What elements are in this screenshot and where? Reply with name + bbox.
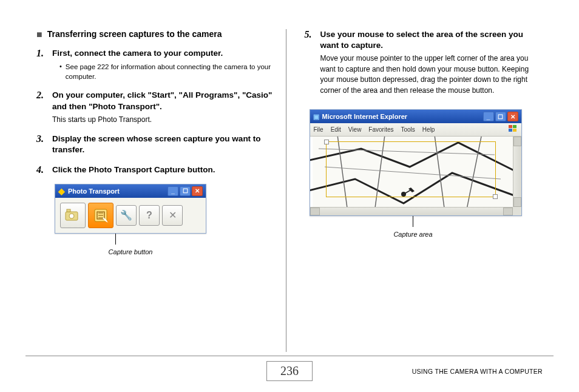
footer-section-label: USING THE CAMERA WITH A COMPUTER: [412, 368, 543, 375]
menu-favorites[interactable]: Favorites: [368, 126, 393, 133]
settings-button[interactable]: 🔧: [116, 205, 137, 226]
section-title-text: Transferring screen captures to the came…: [47, 29, 222, 39]
square-bullet-icon: ■: [36, 30, 42, 39]
footer-rule: [25, 356, 554, 356]
menu-edit[interactable]: Edit: [331, 126, 341, 133]
step-number: 2.: [36, 90, 47, 101]
map-content: [310, 137, 521, 215]
map-viewport[interactable]: [310, 137, 521, 215]
svg-rect-5: [509, 125, 512, 128]
step-number: 5.: [305, 29, 316, 40]
left-column: ■ Transferring screen captures to the ca…: [36, 29, 286, 352]
toolbar: 🔧 ? ✕: [55, 198, 206, 233]
minimize-button[interactable]: _: [483, 112, 494, 121]
capture-button[interactable]: [88, 203, 113, 228]
menu-help[interactable]: Help: [422, 126, 435, 133]
window-titlebar: ▣ Microsoft Internet Explorer _ ☐ ✕: [310, 110, 521, 123]
horizontal-scrollbar[interactable]: [310, 207, 513, 215]
step-2: 2. On your computer, click "Start", "All…: [36, 90, 275, 125]
svg-rect-8: [513, 129, 516, 132]
photo-transport-figure: ◆ Photo Transport _ ☐ ✕: [55, 184, 275, 255]
page-content: ■ Transferring screen captures to the ca…: [0, 0, 579, 352]
scroll-corner: [513, 207, 521, 215]
help-button[interactable]: ?: [139, 205, 160, 226]
step-heading: First, connect the camera to your comput…: [52, 48, 275, 59]
menu-tools[interactable]: Tools: [401, 126, 415, 133]
photo-transport-window: ◆ Photo Transport _ ☐ ✕: [55, 184, 206, 234]
callout-line: [413, 216, 413, 227]
figure-caption: Capture area: [307, 231, 520, 238]
svg-rect-2: [67, 209, 70, 212]
window-title-text: Photo Transport: [68, 188, 120, 195]
step-5: 5. Use your mouse to select the area of …: [305, 29, 543, 96]
page-number: 236: [266, 361, 313, 381]
svg-point-1: [69, 214, 74, 218]
app-icon: ◆: [58, 186, 65, 196]
step-3: 3. Display the screen whose screen captu…: [36, 133, 275, 155]
step-description: This starts up Photo Transport.: [52, 115, 275, 125]
window-title-text: Microsoft Internet Explorer: [322, 113, 408, 120]
window-titlebar: ◆ Photo Transport _ ☐ ✕: [55, 184, 206, 198]
step-description: Move your mouse pointer to the upper lef…: [320, 53, 543, 96]
ie-icon: ▣: [313, 113, 319, 121]
vertical-scrollbar[interactable]: [513, 137, 521, 207]
step-heading: Use your mouse to select the area of the…: [320, 29, 543, 51]
bullet-text: See page 222 for information about conne…: [66, 62, 275, 81]
step-number: 3.: [36, 133, 47, 144]
step-number: 1.: [36, 48, 47, 59]
figure-caption: Capture button: [55, 248, 206, 255]
close-button[interactable]: ✕: [192, 186, 203, 196]
steps-list-right: 5. Use your mouse to select the area of …: [305, 29, 543, 96]
step-bullet: • See page 222 for information about con…: [59, 62, 275, 81]
step-heading: Click the Photo Transport Capture button…: [52, 164, 275, 175]
svg-rect-7: [509, 129, 512, 132]
page-footer: 236 USING THE CAMERA WITH A COMPUTER: [0, 356, 579, 381]
camera-button[interactable]: [60, 203, 86, 228]
svg-rect-9: [313, 137, 519, 215]
right-column: 5. Use your mouse to select the area of …: [286, 29, 549, 352]
maximize-button[interactable]: ☐: [180, 186, 191, 196]
ie-figure: ▣ Microsoft Internet Explorer _ ☐ ✕ File…: [307, 109, 543, 238]
steps-list: 1. First, connect the camera to your com…: [36, 48, 275, 175]
step-heading: Display the screen whose screen capture …: [52, 133, 275, 155]
close-button[interactable]: ✕: [507, 112, 518, 121]
svg-rect-6: [513, 125, 516, 128]
ie-window: ▣ Microsoft Internet Explorer _ ☐ ✕ File…: [310, 109, 522, 216]
step-heading: On your computer, click "Start", "All Pr…: [52, 90, 275, 112]
close-tool-button[interactable]: ✕: [162, 205, 183, 226]
step-4: 4. Click the Photo Transport Capture but…: [36, 164, 275, 175]
step-number: 4.: [36, 164, 47, 175]
step-1: 1. First, connect the camera to your com…: [36, 48, 275, 81]
section-title: ■ Transferring screen captures to the ca…: [36, 29, 275, 39]
menu-file[interactable]: File: [314, 126, 323, 133]
minimize-button[interactable]: _: [168, 186, 178, 196]
menu-bar: File Edit View Favorites Tools Help: [310, 123, 521, 137]
windows-flag-icon: [508, 124, 518, 135]
bullet-dot-icon: •: [59, 62, 62, 81]
maximize-button[interactable]: ☐: [495, 112, 506, 121]
callout-line: [115, 234, 116, 245]
menu-view[interactable]: View: [348, 126, 362, 133]
